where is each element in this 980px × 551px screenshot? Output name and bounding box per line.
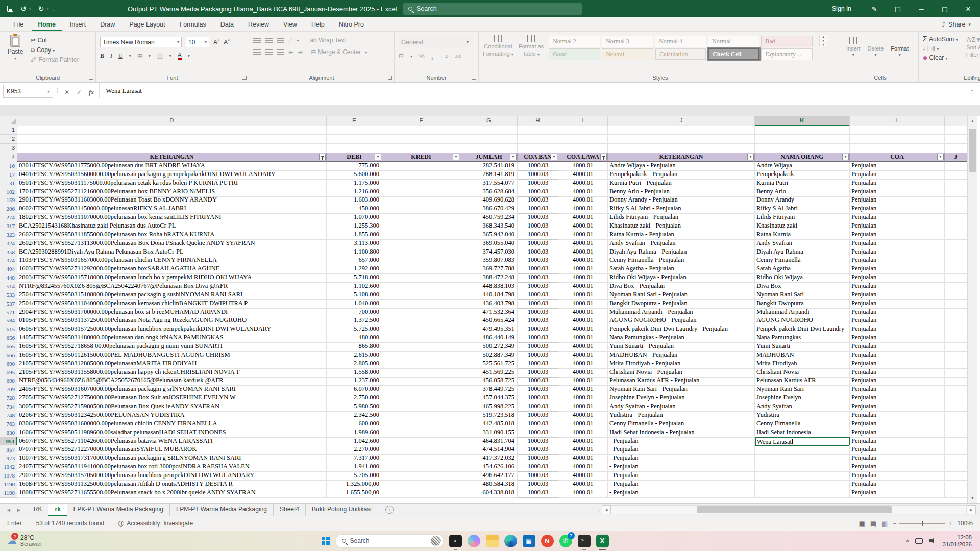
tab-review[interactable]: Review bbox=[242, 18, 275, 31]
cell-nama-orang[interactable]: Nana Pamungkas bbox=[755, 334, 850, 343]
row-number[interactable]: 206 bbox=[0, 205, 17, 214]
taskbar-clock[interactable]: 12:08 31/01/2026 bbox=[942, 534, 972, 548]
fill-color-icon[interactable] bbox=[157, 53, 163, 59]
column-header-L[interactable]: L bbox=[850, 116, 945, 126]
cell-jumlah[interactable]: 479.495.351 bbox=[460, 325, 518, 334]
cell-debit[interactable]: 1.603.000 bbox=[327, 196, 382, 205]
column-header-E[interactable]: E bbox=[327, 116, 382, 126]
style-option[interactable]: Normal 3 bbox=[602, 36, 653, 47]
align-left-icon[interactable] bbox=[253, 49, 261, 55]
formula-bar-input[interactable]: Wena Larasat bbox=[100, 83, 965, 95]
cell-coa[interactable]: Penjualan bbox=[850, 231, 945, 240]
cell-coa-bank[interactable]: 1000.03 bbox=[518, 445, 558, 455]
cell-keterangan[interactable]: 1608/FTSCY/WS950311325000.00pelunasan Af… bbox=[17, 480, 327, 489]
cell-debit[interactable]: 5.600.000 bbox=[327, 170, 382, 180]
percent-style-icon[interactable]: % bbox=[419, 53, 425, 60]
filter-button[interactable]: ▼ bbox=[453, 154, 459, 160]
filter-button[interactable]: ▼ bbox=[747, 154, 754, 160]
cell-coa-bank[interactable]: 1000.03 bbox=[518, 248, 558, 257]
cell-keterangan[interactable]: NTRF@832455760X0Z6 805@BCA25042240767@Pe… bbox=[17, 282, 327, 291]
cell-coa-lawan[interactable]: 4000.01 bbox=[558, 454, 608, 463]
cell-coa-lawan[interactable]: 4000.01 bbox=[558, 205, 608, 214]
number-dialog-launcher[interactable] bbox=[472, 76, 476, 80]
cell-coa[interactable]: Penjualan bbox=[850, 273, 945, 283]
scrollbar-split-handle[interactable]: ⁞ bbox=[598, 507, 600, 513]
taskbar-app-terminal[interactable]: >_ bbox=[578, 535, 591, 547]
cell-nama-orang[interactable] bbox=[755, 463, 850, 472]
cell[interactable] bbox=[945, 126, 967, 135]
cell-coa-lawan[interactable]: 4000.01 bbox=[558, 231, 608, 240]
select-all-corner[interactable] bbox=[0, 116, 17, 126]
cell-nama-orang[interactable]: Khasinatuz zaki bbox=[755, 222, 850, 231]
cell-next[interactable] bbox=[945, 205, 967, 214]
cell-coa-lawan[interactable]: 4000.01 bbox=[558, 334, 608, 343]
collapse-ribbon-icon[interactable]: ˄ bbox=[972, 74, 975, 80]
cell[interactable] bbox=[327, 144, 382, 153]
cell-nama-orang[interactable]: Chrisliani Novia bbox=[755, 368, 850, 378]
cell-nama-orang[interactable]: Andre Wijaya bbox=[755, 162, 850, 171]
cell-kredit[interactable] bbox=[382, 368, 460, 378]
cell-coa-bank[interactable]: 1000.03 bbox=[518, 282, 558, 291]
cell-kredit[interactable] bbox=[382, 471, 460, 481]
cell-coa[interactable]: Penjualan bbox=[850, 437, 945, 446]
tab-data[interactable]: Data bbox=[214, 18, 240, 31]
filter-button[interactable]: ▼ bbox=[937, 154, 944, 160]
cell-debit[interactable]: 1.042.600 bbox=[327, 437, 382, 446]
cell-debit[interactable]: 5.108.000 bbox=[327, 291, 382, 300]
cell-next[interactable] bbox=[945, 213, 967, 222]
cell-coa-lawan[interactable]: 4000.01 bbox=[558, 273, 608, 283]
cell-nama-orang[interactable] bbox=[755, 471, 850, 481]
cell-kredit[interactable] bbox=[382, 222, 460, 231]
cell-keterangan[interactable]: 2602/FTSCY/WS952713113000.00Pelunasan Bo… bbox=[17, 239, 327, 248]
row-number[interactable]: 374 bbox=[0, 256, 17, 265]
sheet-tab-bukti-potong-unifikasi[interactable]: Bukti Potong Unifikasi bbox=[306, 504, 378, 516]
cell-nama-orang[interactable]: Ratna Kurnia bbox=[755, 231, 850, 240]
cell-jumlah[interactable]: 368.343.540 bbox=[460, 222, 518, 231]
cell-coa-lawan[interactable]: 4000.01 bbox=[558, 445, 608, 455]
format-cells-button[interactable]: Format▾ bbox=[891, 37, 909, 57]
accounting-format-icon[interactable]: ⊡ bbox=[399, 53, 404, 60]
font-size-select[interactable]: 10▾ bbox=[186, 37, 209, 47]
cell-next[interactable] bbox=[945, 334, 967, 343]
header-cell[interactable]: DEBI▼ bbox=[327, 153, 382, 162]
cell-coa-lawan[interactable]: 4000.01 bbox=[558, 394, 608, 403]
cell-coa[interactable]: Penjualan bbox=[850, 222, 945, 231]
cell-jumlah[interactable]: 519.723.518 bbox=[460, 411, 518, 420]
cell-jumlah[interactable]: 474.514.904 bbox=[460, 445, 518, 455]
cell-keterangan-2[interactable]: Yudistira - Penjualan bbox=[608, 411, 755, 420]
cell-coa-lawan[interactable]: 4000.01 bbox=[558, 188, 608, 197]
cell-keterangan-2[interactable]: - Penjualan bbox=[608, 489, 755, 498]
row-number[interactable]: 1078 bbox=[0, 471, 17, 481]
cell-keterangan[interactable]: 1802/FTSCY/WS950311070000.00pelunasan bo… bbox=[17, 213, 327, 222]
row-number[interactable]: 830 bbox=[0, 429, 17, 438]
cell-debit[interactable]: 1.372.500 bbox=[327, 316, 382, 325]
cell-coa[interactable]: Penjualan bbox=[850, 454, 945, 463]
cell-coa-bank[interactable]: 1000.03 bbox=[518, 205, 558, 214]
alignment-dialog-launcher[interactable] bbox=[388, 76, 392, 80]
cell-coa-bank[interactable]: 1000.03 bbox=[518, 377, 558, 386]
cell-kredit[interactable] bbox=[382, 420, 460, 429]
cell-nama-orang[interactable] bbox=[755, 454, 850, 463]
cell-coa-bank[interactable]: 1000.03 bbox=[518, 188, 558, 197]
font-color-icon[interactable]: A bbox=[178, 53, 182, 60]
merge-center-button[interactable]: ⊟ Merge & Center bbox=[311, 48, 361, 56]
vertical-scroll-thumb[interactable] bbox=[969, 129, 976, 172]
cell-debit[interactable]: 2.615.000 bbox=[327, 351, 382, 360]
cell[interactable] bbox=[327, 135, 382, 144]
cell-coa-lawan[interactable]: 4000.01 bbox=[558, 489, 608, 498]
name-box[interactable]: K953▾ bbox=[3, 85, 53, 98]
titlebar-search[interactable]: Search bbox=[403, 3, 582, 15]
cell[interactable] bbox=[850, 126, 945, 135]
cell-nama-orang[interactable]: Nyoman Rani Sari bbox=[755, 291, 850, 300]
cell-coa[interactable]: Penjualan bbox=[850, 256, 945, 265]
cell-coa-lawan[interactable]: 4000.01 bbox=[558, 162, 608, 171]
row-number[interactable]: 953 bbox=[0, 437, 17, 446]
cell-next[interactable] bbox=[945, 360, 967, 369]
taskbar-app-nitro[interactable]: N bbox=[541, 535, 554, 547]
cell-debit[interactable]: 1.237.000 bbox=[327, 377, 382, 386]
cell-coa[interactable]: Penjualan bbox=[850, 385, 945, 394]
row-number[interactable]: 748 bbox=[0, 411, 17, 420]
taskbar-app-edge[interactable] bbox=[504, 535, 517, 547]
cell-keterangan[interactable]: 1007/FTSCY/WS950317317000.00pelunasan pa… bbox=[17, 454, 327, 463]
cell-kredit[interactable] bbox=[382, 299, 460, 309]
